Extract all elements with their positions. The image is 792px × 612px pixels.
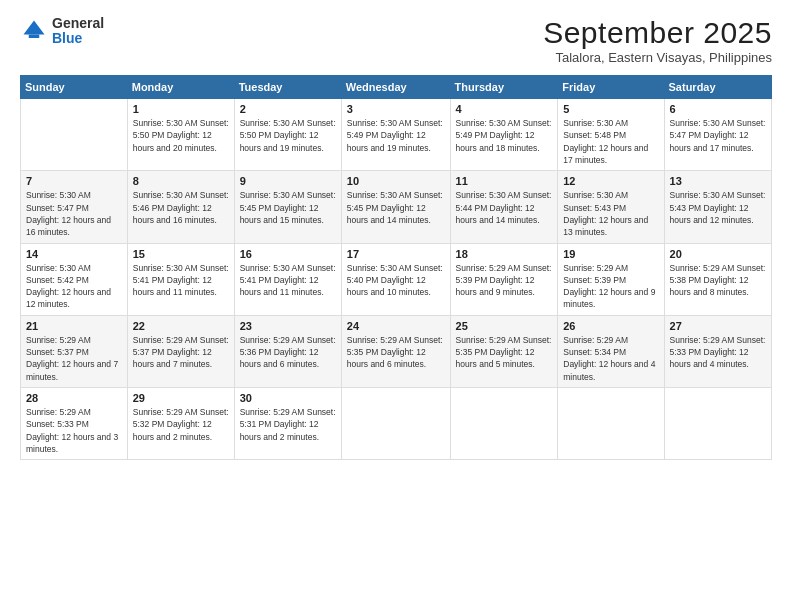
logo: General Blue [20, 16, 104, 47]
day-number: 29 [133, 392, 229, 404]
table-row: 23Sunrise: 5:29 AM Sunset: 5:36 PM Dayli… [234, 315, 341, 387]
calendar-row-0: 1Sunrise: 5:30 AM Sunset: 5:50 PM Daylig… [21, 99, 772, 171]
day-number: 1 [133, 103, 229, 115]
table-row: 12Sunrise: 5:30 AM Sunset: 5:43 PM Dayli… [558, 171, 664, 243]
table-row: 26Sunrise: 5:29 AM Sunset: 5:34 PM Dayli… [558, 315, 664, 387]
day-number: 15 [133, 248, 229, 260]
table-row: 19Sunrise: 5:29 AM Sunset: 5:39 PM Dayli… [558, 243, 664, 315]
day-info: Sunrise: 5:29 AM Sunset: 5:35 PM Dayligh… [456, 334, 553, 371]
day-number: 20 [670, 248, 766, 260]
day-number: 10 [347, 175, 445, 187]
day-number: 7 [26, 175, 122, 187]
table-row: 3Sunrise: 5:30 AM Sunset: 5:49 PM Daylig… [341, 99, 450, 171]
day-info: Sunrise: 5:29 AM Sunset: 5:32 PM Dayligh… [133, 406, 229, 443]
table-row: 27Sunrise: 5:29 AM Sunset: 5:33 PM Dayli… [664, 315, 771, 387]
day-number: 8 [133, 175, 229, 187]
day-number: 23 [240, 320, 336, 332]
header-monday: Monday [127, 76, 234, 99]
day-number: 5 [563, 103, 658, 115]
table-row [450, 388, 558, 460]
day-number: 26 [563, 320, 658, 332]
day-info: Sunrise: 5:30 AM Sunset: 5:44 PM Dayligh… [456, 189, 553, 226]
logo-blue: Blue [52, 31, 104, 46]
day-info: Sunrise: 5:30 AM Sunset: 5:50 PM Dayligh… [133, 117, 229, 154]
day-number: 30 [240, 392, 336, 404]
logo-icon [20, 17, 48, 45]
day-info: Sunrise: 5:30 AM Sunset: 5:47 PM Dayligh… [26, 189, 122, 238]
day-number: 6 [670, 103, 766, 115]
day-info: Sunrise: 5:30 AM Sunset: 5:50 PM Dayligh… [240, 117, 336, 154]
day-info: Sunrise: 5:30 AM Sunset: 5:45 PM Dayligh… [240, 189, 336, 226]
table-row: 9Sunrise: 5:30 AM Sunset: 5:45 PM Daylig… [234, 171, 341, 243]
table-row: 21Sunrise: 5:29 AM Sunset: 5:37 PM Dayli… [21, 315, 128, 387]
table-row: 11Sunrise: 5:30 AM Sunset: 5:44 PM Dayli… [450, 171, 558, 243]
day-info: Sunrise: 5:30 AM Sunset: 5:49 PM Dayligh… [347, 117, 445, 154]
day-info: Sunrise: 5:29 AM Sunset: 5:38 PM Dayligh… [670, 262, 766, 299]
day-info: Sunrise: 5:30 AM Sunset: 5:46 PM Dayligh… [133, 189, 229, 226]
day-info: Sunrise: 5:29 AM Sunset: 5:33 PM Dayligh… [26, 406, 122, 455]
calendar-row-1: 7Sunrise: 5:30 AM Sunset: 5:47 PM Daylig… [21, 171, 772, 243]
header-tuesday: Tuesday [234, 76, 341, 99]
table-row: 25Sunrise: 5:29 AM Sunset: 5:35 PM Dayli… [450, 315, 558, 387]
day-number: 28 [26, 392, 122, 404]
day-number: 14 [26, 248, 122, 260]
day-number: 27 [670, 320, 766, 332]
calendar-row-2: 14Sunrise: 5:30 AM Sunset: 5:42 PM Dayli… [21, 243, 772, 315]
calendar-table: Sunday Monday Tuesday Wednesday Thursday… [20, 75, 772, 460]
table-row: 29Sunrise: 5:29 AM Sunset: 5:32 PM Dayli… [127, 388, 234, 460]
table-row: 28Sunrise: 5:29 AM Sunset: 5:33 PM Dayli… [21, 388, 128, 460]
table-row: 15Sunrise: 5:30 AM Sunset: 5:41 PM Dayli… [127, 243, 234, 315]
table-row: 20Sunrise: 5:29 AM Sunset: 5:38 PM Dayli… [664, 243, 771, 315]
day-info: Sunrise: 5:29 AM Sunset: 5:36 PM Dayligh… [240, 334, 336, 371]
day-info: Sunrise: 5:30 AM Sunset: 5:45 PM Dayligh… [347, 189, 445, 226]
table-row: 8Sunrise: 5:30 AM Sunset: 5:46 PM Daylig… [127, 171, 234, 243]
day-info: Sunrise: 5:30 AM Sunset: 5:41 PM Dayligh… [133, 262, 229, 299]
day-number: 9 [240, 175, 336, 187]
svg-marker-0 [24, 21, 45, 35]
day-info: Sunrise: 5:30 AM Sunset: 5:43 PM Dayligh… [670, 189, 766, 226]
header-wednesday: Wednesday [341, 76, 450, 99]
table-row [664, 388, 771, 460]
table-row: 14Sunrise: 5:30 AM Sunset: 5:42 PM Dayli… [21, 243, 128, 315]
weekday-header-row: Sunday Monday Tuesday Wednesday Thursday… [21, 76, 772, 99]
header-friday: Friday [558, 76, 664, 99]
day-number: 24 [347, 320, 445, 332]
table-row: 10Sunrise: 5:30 AM Sunset: 5:45 PM Dayli… [341, 171, 450, 243]
day-number: 13 [670, 175, 766, 187]
table-row: 16Sunrise: 5:30 AM Sunset: 5:41 PM Dayli… [234, 243, 341, 315]
table-row [558, 388, 664, 460]
table-row: 30Sunrise: 5:29 AM Sunset: 5:31 PM Dayli… [234, 388, 341, 460]
table-row: 7Sunrise: 5:30 AM Sunset: 5:47 PM Daylig… [21, 171, 128, 243]
location: Talalora, Eastern Visayas, Philippines [543, 50, 772, 65]
day-number: 22 [133, 320, 229, 332]
day-info: Sunrise: 5:29 AM Sunset: 5:33 PM Dayligh… [670, 334, 766, 371]
table-row [341, 388, 450, 460]
day-info: Sunrise: 5:29 AM Sunset: 5:37 PM Dayligh… [26, 334, 122, 383]
day-number: 11 [456, 175, 553, 187]
day-info: Sunrise: 5:30 AM Sunset: 5:43 PM Dayligh… [563, 189, 658, 238]
day-info: Sunrise: 5:29 AM Sunset: 5:39 PM Dayligh… [563, 262, 658, 311]
day-number: 3 [347, 103, 445, 115]
table-row: 1Sunrise: 5:30 AM Sunset: 5:50 PM Daylig… [127, 99, 234, 171]
table-row: 18Sunrise: 5:29 AM Sunset: 5:39 PM Dayli… [450, 243, 558, 315]
day-info: Sunrise: 5:30 AM Sunset: 5:47 PM Dayligh… [670, 117, 766, 154]
calendar-page: General Blue September 2025 Talalora, Ea… [0, 0, 792, 612]
day-info: Sunrise: 5:29 AM Sunset: 5:31 PM Dayligh… [240, 406, 336, 443]
table-row: 6Sunrise: 5:30 AM Sunset: 5:47 PM Daylig… [664, 99, 771, 171]
day-number: 12 [563, 175, 658, 187]
day-info: Sunrise: 5:30 AM Sunset: 5:42 PM Dayligh… [26, 262, 122, 311]
svg-rect-1 [29, 35, 40, 39]
day-number: 25 [456, 320, 553, 332]
table-row: 2Sunrise: 5:30 AM Sunset: 5:50 PM Daylig… [234, 99, 341, 171]
header: General Blue September 2025 Talalora, Ea… [20, 16, 772, 65]
calendar-row-3: 21Sunrise: 5:29 AM Sunset: 5:37 PM Dayli… [21, 315, 772, 387]
logo-general: General [52, 16, 104, 31]
table-row [21, 99, 128, 171]
day-number: 21 [26, 320, 122, 332]
table-row: 24Sunrise: 5:29 AM Sunset: 5:35 PM Dayli… [341, 315, 450, 387]
day-number: 17 [347, 248, 445, 260]
table-row: 22Sunrise: 5:29 AM Sunset: 5:37 PM Dayli… [127, 315, 234, 387]
header-thursday: Thursday [450, 76, 558, 99]
day-number: 16 [240, 248, 336, 260]
day-info: Sunrise: 5:30 AM Sunset: 5:48 PM Dayligh… [563, 117, 658, 166]
